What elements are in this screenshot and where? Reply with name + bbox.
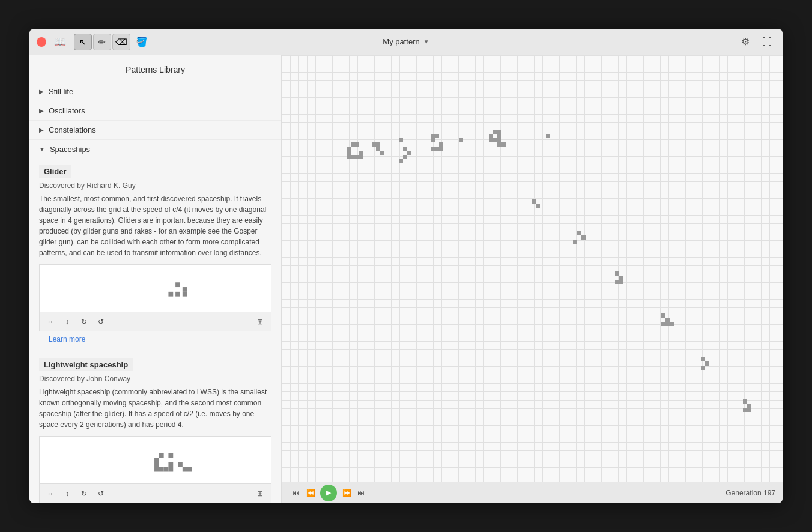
svg-rect-72	[743, 408, 747, 412]
svg-rect-69	[701, 366, 705, 370]
svg-rect-49	[497, 138, 501, 142]
svg-rect-59	[619, 276, 623, 280]
svg-rect-47	[489, 138, 493, 142]
eraser-tool-button[interactable]: ⌫	[112, 34, 130, 50]
glider-rotate-cw-button[interactable]: ↻	[77, 315, 91, 328]
title-dropdown-arrow: ▼	[423, 38, 429, 45]
glider-rotate-ccw-button[interactable]: ↺	[94, 315, 108, 328]
lwss-export-button[interactable]: ⊞	[253, 487, 267, 500]
lwss-flip-h-button[interactable]: ↔	[43, 487, 58, 500]
svg-rect-14	[178, 462, 183, 467]
svg-rect-53	[532, 199, 536, 204]
sidebar-item-constelations[interactable]: ▶ Constelations	[29, 121, 281, 140]
svg-rect-54	[536, 204, 540, 208]
lwss-rotate-cw-button[interactable]: ↻	[77, 487, 91, 500]
lwss-discovered: Discovered by John Conway	[39, 375, 271, 383]
svg-rect-20	[347, 151, 351, 155]
svg-rect-57	[573, 240, 577, 244]
step-back-button[interactable]: ⏪	[303, 486, 318, 500]
svg-rect-37	[431, 138, 435, 142]
svg-rect-52	[546, 134, 550, 138]
svg-rect-64	[661, 322, 665, 326]
svg-rect-61	[619, 280, 623, 284]
svg-rect-8	[154, 462, 159, 467]
svg-rect-51	[501, 142, 506, 147]
svg-rect-45	[489, 134, 493, 138]
svg-rect-33	[403, 155, 407, 159]
play-button[interactable]: ▶	[320, 485, 337, 501]
glider-card: Glider Discovered by Richard K. Guy The …	[29, 159, 281, 352]
svg-rect-19	[347, 147, 351, 151]
select-tool-button[interactable]: ↖	[74, 34, 92, 50]
svg-rect-2	[168, 292, 173, 297]
sidebar-item-spaceships[interactable]: ▼ Spaceships	[29, 140, 281, 159]
toolbar-icons: ↖ ✏ ⌫	[74, 34, 130, 50]
svg-rect-39	[431, 147, 435, 151]
step-forward-button[interactable]: ⏩	[339, 486, 354, 500]
svg-rect-60	[615, 280, 619, 284]
svg-rect-26	[372, 142, 376, 147]
svg-rect-55	[577, 231, 581, 235]
svg-rect-44	[497, 130, 501, 134]
svg-rect-62	[661, 313, 665, 318]
glider-export-button[interactable]: ⊞	[253, 315, 267, 328]
bucket-tool-button[interactable]: 🪣	[133, 34, 151, 50]
svg-rect-28	[376, 147, 380, 151]
glider-flip-v-button[interactable]: ↕	[60, 315, 74, 328]
svg-rect-24	[355, 155, 359, 159]
lwss-controls: ↔ ↕ ↻ ↺ ⊞	[39, 484, 271, 503]
svg-rect-48	[493, 138, 497, 142]
sidebar-item-oscillators[interactable]: ▶ Oscillators	[29, 101, 281, 121]
svg-rect-11	[159, 467, 164, 472]
spaceships-arrow: ▼	[39, 146, 45, 153]
sidebar-item-still-life[interactable]: ▶ Still life	[29, 82, 281, 101]
grid	[282, 55, 783, 482]
svg-rect-35	[431, 134, 435, 138]
lwss-svg	[40, 437, 271, 483]
title-center[interactable]: My pattern ▼	[383, 37, 429, 46]
svg-rect-17	[351, 142, 355, 147]
svg-rect-6	[168, 453, 173, 458]
fast-forward-button[interactable]: ⏭	[354, 486, 368, 500]
svg-rect-73	[747, 408, 751, 412]
bottom-bar: ⏮ ⏪ ▶ ⏩ ⏭ Generation 197	[282, 482, 783, 503]
sidebar: Patterns Library ▶ Still life ▶ Oscillat…	[29, 55, 282, 503]
glider-learn-more-link[interactable]: Learn more	[39, 331, 271, 346]
svg-rect-18	[355, 142, 359, 147]
canvas-area[interactable]	[282, 55, 783, 482]
lwss-flip-v-button[interactable]: ↕	[60, 487, 74, 500]
settings-button[interactable]: ⚙	[737, 34, 754, 50]
fullscreen-button[interactable]: ⛶	[759, 34, 775, 50]
svg-rect-25	[359, 155, 363, 159]
book-icon-button[interactable]: 📖	[51, 34, 69, 50]
life-cells	[282, 55, 783, 482]
glider-name: Glider	[39, 165, 71, 178]
svg-rect-16	[187, 467, 192, 472]
right-panel: ⏮ ⏪ ▶ ⏩ ⏭ Generation 197	[282, 55, 783, 503]
patterns-library-title: Patterns Library	[29, 55, 281, 82]
svg-rect-65	[665, 322, 670, 326]
close-button[interactable]	[37, 37, 46, 47]
generation-label: Generation 197	[726, 489, 775, 497]
constelations-arrow: ▶	[39, 127, 44, 133]
glider-svg	[40, 265, 271, 312]
svg-rect-3	[175, 292, 180, 297]
lwss-rotate-ccw-button[interactable]: ↺	[94, 487, 108, 500]
svg-rect-22	[347, 155, 351, 159]
svg-rect-29	[380, 151, 384, 155]
svg-rect-34	[399, 159, 403, 163]
svg-rect-12	[164, 467, 169, 472]
svg-rect-58	[615, 271, 619, 276]
svg-rect-71	[747, 404, 751, 408]
svg-rect-9	[168, 462, 173, 467]
svg-rect-36	[435, 134, 439, 138]
rewind-button[interactable]: ⏮	[289, 486, 303, 500]
lwss-name: Lightweight spaceship	[39, 358, 133, 371]
svg-rect-10	[154, 467, 159, 472]
still-life-arrow: ▶	[39, 88, 44, 95]
svg-rect-63	[665, 318, 670, 322]
glider-flip-h-button[interactable]: ↔	[43, 315, 58, 328]
svg-rect-50	[497, 142, 501, 147]
pen-tool-button[interactable]: ✏	[93, 34, 111, 50]
svg-rect-30	[399, 138, 403, 142]
